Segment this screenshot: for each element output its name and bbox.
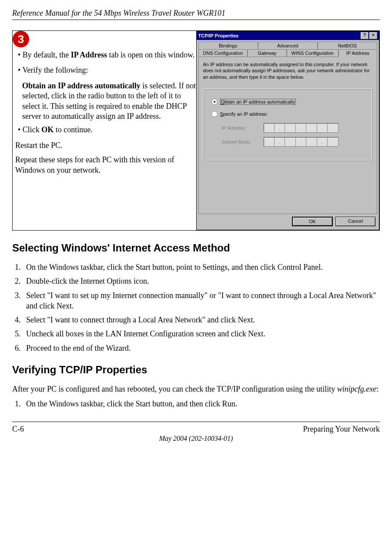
radio-obtain-auto[interactable]: OObtain an IP address automaticallybtain… xyxy=(211,99,365,105)
subnet-mask-field: Subnet Mask: . . . xyxy=(222,137,365,147)
mask-input: . . . xyxy=(264,137,338,147)
bold-text: OK xyxy=(41,125,54,134)
radio-specify[interactable]: SSpecify an IP address:pecify an IP addr… xyxy=(211,111,365,117)
ip-seg xyxy=(264,124,275,132)
page-footer: C-6 Preparing Your Network xyxy=(12,422,380,434)
tab-pane-ipaddress: An IP address can be automatically assig… xyxy=(198,57,378,214)
tab-ipaddress[interactable]: IP Address xyxy=(338,49,377,57)
help-button[interactable]: ? xyxy=(361,32,369,39)
tab-advanced[interactable]: Advanced xyxy=(258,42,318,49)
ip-seg xyxy=(306,124,317,132)
mask-label: Subnet Mask: xyxy=(222,139,257,144)
tcpip-dialog: TCP/IP Properties ? × Bindings Advanced … xyxy=(196,31,380,230)
ip-dot: . xyxy=(317,137,328,146)
verifying-intro: After your PC is configured and has rebo… xyxy=(12,384,380,394)
dialog-body: Bindings Advanced NetBIOS DNS Configurat… xyxy=(197,40,379,230)
sub-paragraph: Obtain an IP address automatically is se… xyxy=(22,81,196,122)
ip-dot: . xyxy=(296,137,306,146)
radio-label: OObtain an IP address automaticallybtain… xyxy=(220,99,296,105)
bold-text: IP Address xyxy=(71,50,107,59)
bullet-click-ok: Click OK to continue. xyxy=(23,125,196,135)
text: : xyxy=(376,385,379,393)
instruction-bullets: By default, the IP Address tab is open o… xyxy=(13,50,196,76)
ip-seg xyxy=(328,124,338,132)
step-table: 3 By default, the IP Address tab is open… xyxy=(12,30,380,231)
step-item: Double-click the Internet Options icon. xyxy=(23,276,380,286)
radio-icon xyxy=(211,99,218,105)
tab-row-back: Bindings Advanced NetBIOS xyxy=(198,42,378,49)
ip-seg xyxy=(285,124,295,132)
text: Click xyxy=(23,125,42,134)
section-heading-internet-access: Selecting Windows' Internet Access Metho… xyxy=(12,242,380,254)
bullet-default-tab: By default, the IP Address tab is open o… xyxy=(23,50,196,60)
step-item: Select "I want to set up my Internet con… xyxy=(23,290,380,312)
bullet-verify: Verify the following: xyxy=(23,65,196,75)
screenshot-cell: TCP/IP Properties ? × Bindings Advanced … xyxy=(196,31,380,231)
cancel-button[interactable]: Cancel xyxy=(335,217,375,226)
dialog-button-row: OK Cancel xyxy=(198,214,378,228)
footer-right: Preparing Your Network xyxy=(303,425,380,434)
tab-strip: Bindings Advanced NetBIOS DNS Configurat… xyxy=(198,42,378,57)
dialog-title-text: TCP/IP Properties xyxy=(198,33,239,38)
step-item: Uncheck all boxes in the LAN Internet Co… xyxy=(23,328,380,339)
italic-text: winipcfg.exe xyxy=(337,385,376,393)
ip-dot: . xyxy=(275,124,285,132)
dialog-titlebar[interactable]: TCP/IP Properties ? × xyxy=(197,31,379,40)
text: After your PC is configured and has rebo… xyxy=(12,385,337,393)
running-header: Reference Manual for the 54 Mbps Wireles… xyxy=(12,9,380,20)
tab-netbios[interactable]: NetBIOS xyxy=(318,42,377,49)
instruction-cell: 3 By default, the IP Address tab is open… xyxy=(13,31,196,231)
text: to continue. xyxy=(54,125,92,134)
step-item: On the Windows taskbar, click the Start … xyxy=(23,399,380,409)
bold-text: Obtain an IP address automatically xyxy=(22,81,141,90)
ip-groupbox: OObtain an IP address automaticallybtain… xyxy=(203,89,373,161)
ip-label: IP Address: xyxy=(222,125,257,131)
ok-button[interactable]: OK xyxy=(292,217,333,226)
radio-icon xyxy=(211,111,218,117)
internet-access-steps: On the Windows taskbar, click the Start … xyxy=(12,262,380,353)
instruction-bullets-2: Click OK to continue. xyxy=(13,125,196,135)
tab-bindings[interactable]: Bindings xyxy=(198,42,258,49)
radio-label: SSpecify an IP address:pecify an IP addr… xyxy=(220,111,268,117)
step-item: On the Windows taskbar, click the Start … xyxy=(23,262,380,272)
ip-seg xyxy=(328,137,338,146)
tab-gateway[interactable]: Gateway xyxy=(248,49,286,57)
plain-repeat: Repeat these steps for each PC with this… xyxy=(15,155,196,175)
dialog-description: An IP address can be automatically assig… xyxy=(203,61,373,80)
text: tab is open on this window. xyxy=(107,50,194,59)
tab-row-front: DNS Configuration Gateway WINS Configura… xyxy=(198,49,378,57)
verifying-steps: On the Windows taskbar, click the Start … xyxy=(12,399,380,409)
step-item: Select "I want to connect through a Loca… xyxy=(23,315,380,325)
step-item: Proceed to the end of the Wizard. xyxy=(23,343,380,353)
plain-restart: Restart the PC. xyxy=(15,141,196,151)
section-heading-verifying: Verifying TCP/IP Properties xyxy=(12,364,380,376)
titlebar-buttons: ? × xyxy=(361,32,377,39)
step-number-badge: 3 xyxy=(13,31,29,47)
ip-dot: . xyxy=(296,124,306,132)
tab-wins[interactable]: WINS Configuration xyxy=(287,49,338,57)
text: By default, the xyxy=(23,50,71,59)
close-button[interactable]: × xyxy=(369,32,377,39)
ip-dot: . xyxy=(317,124,328,132)
footer-left: C-6 xyxy=(12,425,24,434)
tab-dns[interactable]: DNS Configuration xyxy=(198,49,248,57)
ip-seg xyxy=(264,137,275,146)
footer-center: May 2004 (202-10034-01) xyxy=(12,435,380,442)
ip-address-field: IP Address: . . . xyxy=(222,123,365,133)
ip-input: . . . xyxy=(264,123,338,133)
ip-seg xyxy=(285,137,295,146)
ip-seg xyxy=(306,137,317,146)
ip-dot: . xyxy=(275,137,285,146)
